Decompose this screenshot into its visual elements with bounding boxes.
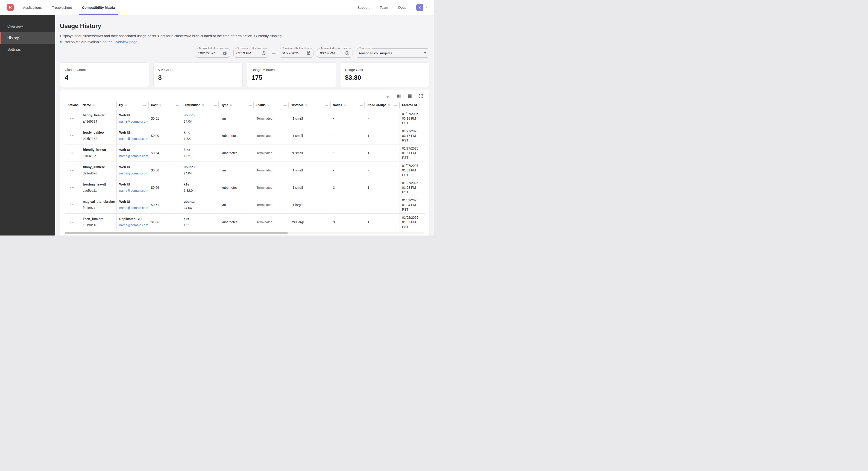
stat-label: Usage Cost [345,68,425,72]
timezone-value[interactable]: America/Los_Angeles [359,51,422,55]
column-menu-icon[interactable] [360,104,363,106]
row-actions-button[interactable] [67,151,77,155]
overview-page-link[interactable]: Overview page [114,40,137,44]
sort-desc-icon[interactable]: ↓ [418,103,420,107]
creator-email-link[interactable]: name@domain.com [119,154,145,158]
nav-link-support[interactable]: Support [358,5,370,9]
col-header-nodes[interactable]: Nodes⇅ [330,100,365,110]
avatar-letter: K [419,5,421,9]
column-menu-icon[interactable] [325,104,328,106]
calendar-icon[interactable] [306,51,311,55]
sort-icon[interactable]: ⇅ [343,103,346,107]
col-header-status[interactable]: Status⇅ [254,100,289,110]
terminated-before-time-field[interactable]: Terminated before time 03:19 PM [317,49,352,58]
distribution-version: 1.32.1 [184,137,216,141]
col-header-node-groups[interactable]: Node Groups⇅ [365,100,399,110]
created-by: Web UI [119,147,145,152]
row-actions-button[interactable] [67,186,77,189]
sort-icon[interactable]: ⇅ [305,103,308,107]
terminated-after-time-value[interactable]: 03:19 PM [236,51,259,55]
replicated-logo[interactable]: R [7,4,14,11]
col-header-cost[interactable]: Cost⇅ [148,100,181,110]
nav-link-team[interactable]: Team [380,5,388,9]
timezone-select[interactable]: Timezone America/Los_Angeles [356,49,429,58]
col-header-name[interactable]: Name⇅ [80,100,116,110]
terminated-after-date-field[interactable]: Terminated after date 10/27/2024 [195,49,230,58]
column-menu-icon[interactable] [394,104,397,106]
terminated-after-date-value[interactable]: 10/27/2024 [198,51,221,55]
usage-table-card: Actions Name⇅ By⇅ Cost⇅ Distribution⇅ Ty… [60,90,429,235]
creator-email-link[interactable]: name@domain.com [119,188,145,193]
cluster-name: frosty_galileo [83,130,114,135]
row-actions-button[interactable] [67,117,77,120]
distribution-name: ubuntu [184,199,216,204]
table-row: friendly_brown1f40a19e Web UIname@domain… [65,144,425,161]
nav-link-docs[interactable]: Docs [398,5,406,9]
clock-icon[interactable] [261,51,266,55]
terminated-before-date-value[interactable]: 01/27/2025 [282,51,305,55]
terminated-after-time-field[interactable]: Terminated after time 03:19 PM [234,49,269,58]
column-menu-icon[interactable] [176,104,179,106]
filter-icon[interactable] [385,94,390,98]
fullscreen-icon[interactable] [418,94,423,98]
nodes-value: 1 [333,134,335,138]
status-value: Terminated [257,203,273,207]
select-caret-icon[interactable] [424,52,426,54]
stat-value: 175 [252,74,331,81]
creator-email-link[interactable]: name@domain.com [119,119,145,124]
creator-email-link[interactable]: name@domain.com [119,137,145,141]
tab-compatibility-matrix[interactable]: Compatibility Matrix [82,0,115,15]
columns-icon[interactable] [397,94,401,98]
clock-icon[interactable] [345,51,349,55]
sidebar-item-settings[interactable]: Settings [0,44,55,55]
cluster-name: happy_beaver [83,113,114,118]
sidebar-item-history[interactable]: History [0,32,55,44]
density-icon[interactable] [407,94,412,98]
stat-label: Usage Minutes [252,68,331,72]
account-menu[interactable]: K [416,4,428,11]
column-menu-icon[interactable] [143,104,146,106]
chevron-down-icon[interactable] [425,6,428,9]
type-value: vm [222,203,226,207]
tab-applications[interactable]: Applications [23,0,42,15]
sort-icon[interactable]: ⇅ [229,103,232,107]
horizontal-scrollbar[interactable] [65,232,425,234]
stat-value: 3 [158,74,238,81]
col-header-created-at[interactable]: Created At↓ [399,100,425,110]
tab-troubleshoot[interactable]: Troubleshoot [52,0,72,15]
column-menu-icon[interactable] [214,104,217,106]
row-actions-button[interactable] [67,169,77,172]
sidebar-item-overview[interactable]: Overview [0,21,55,32]
sort-icon[interactable]: ⇅ [388,103,390,107]
cluster-name: keen_lumiere [83,216,114,221]
col-header-by[interactable]: By⇅ [116,100,148,110]
table-footer: Page [1] of 1 Previous Next [65,234,425,236]
terminated-before-time-value[interactable]: 03:19 PM [320,51,343,55]
creator-email-link[interactable]: name@domain.com [119,206,145,210]
column-menu-icon[interactable] [284,104,287,106]
cost-value: $0.54 [151,151,159,155]
calendar-icon[interactable] [223,51,227,55]
col-header-type[interactable]: Type⇅ [219,100,254,110]
avatar[interactable]: K [416,4,424,11]
row-actions-button[interactable] [67,203,77,207]
creator-email-link[interactable]: name@domain.com [119,223,145,228]
col-header-instance[interactable]: Instance⇅ [289,100,330,110]
terminated-before-date-field[interactable]: Terminated before date 01/27/2025 [279,49,314,58]
sort-icon[interactable]: ⇅ [202,103,204,107]
col-header-distribution[interactable]: Distribution⇅ [181,100,219,110]
sort-icon[interactable]: ⇅ [159,103,161,107]
sort-icon[interactable]: ⇅ [92,103,95,107]
sort-icon[interactable]: ⇅ [124,103,127,107]
created-time: 01:34 PM PST [402,203,423,212]
table-row: funny_lumierede9ed87d Web UIname@domain.… [65,161,425,179]
creator-email-link[interactable]: name@domain.com [119,171,145,176]
created-date: 01/09/2025 [402,198,423,203]
distribution-version: 24.04 [184,119,216,124]
distribution-version: 1.32.0 [184,188,216,193]
row-actions-button[interactable] [67,220,77,224]
sort-icon[interactable]: ⇅ [267,103,270,107]
scrollbar-thumb[interactable] [65,232,288,234]
row-actions-button[interactable] [67,134,77,138]
column-menu-icon[interactable] [249,104,252,106]
